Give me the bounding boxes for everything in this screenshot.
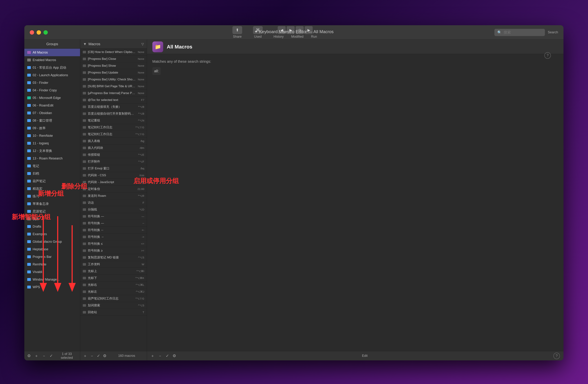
macro-item[interactable]: 传授双链 ^⌥E — [80, 151, 147, 158]
macro-icon — [83, 215, 86, 218]
share-toolbar-group: ⬆ Share — [232, 26, 242, 39]
macro-item[interactable]: 代码块 - CSS /css — [80, 172, 147, 179]
macro-item[interactable]: 插入代码块 /dm — [80, 144, 147, 151]
macro-item[interactable]: 符号转换 → -> — [80, 234, 147, 240]
macro-item[interactable]: 光标左 ^⌥⌘J — [80, 288, 147, 295]
sidebar-item-wolai[interactable]: 我来 — [24, 215, 80, 223]
macro-item[interactable]: 工作资料 W — [80, 261, 147, 268]
sidebar-item-apple-notes[interactable]: 苹果备忘录 — [24, 200, 80, 208]
macro-item[interactable]: 笔记转钉工作日志 ^⌥⇧G — [80, 124, 147, 131]
macro-item[interactable]: 划词搜索 ^⌥S — [80, 302, 147, 309]
sidebar-item-archive[interactable]: 归档 — [24, 170, 80, 177]
sidebar-item-selected[interactable]: 精选宏 — [24, 185, 80, 192]
minimize-button[interactable] — [37, 30, 41, 35]
macro-item[interactable]: @Toc for selected text F7 — [80, 97, 147, 103]
macro-item[interactable]: 发送到 Roam ^⌥R — [80, 192, 147, 199]
sidebar-item-practice[interactable]: 练习 — [24, 192, 80, 200]
macro-item[interactable]: 插入表格 /bg — [80, 138, 147, 144]
macro-item[interactable]: 笔记转钉工作日志 ^⌥⇧G — [80, 131, 147, 138]
sidebar-item-09[interactable]: 09 - 效率 — [24, 124, 80, 132]
macro-icon — [83, 99, 86, 101]
macro-item[interactable]: 笔记重组 ^⌥N — [80, 117, 147, 124]
macro-item[interactable]: 打开附件 ^⌥F — [80, 158, 147, 165]
search-input[interactable] — [504, 30, 540, 34]
macro-gear-button[interactable]: ⚙ — [103, 354, 106, 358]
macro-name: 葫芦笔记转钉工作日志 — [88, 296, 134, 301]
enable-group-button[interactable]: ✓ — [50, 354, 53, 358]
sidebar-item-hulubijaun[interactable]: 葫芦笔记 — [24, 177, 80, 185]
macro-item[interactable]: 回收站 T — [80, 309, 147, 316]
detail-help-button[interactable]: ? — [553, 353, 560, 359]
sidebar-item-07[interactable]: 07 - Obsidian — [24, 109, 80, 117]
macro-item[interactable]: [Progress Bar] Update None — [80, 69, 147, 76]
macro-item[interactable]: 百度云链接自动打开并复制密码到剪切板 ^⌥B — [80, 110, 147, 117]
macro-item[interactable]: 百度云链接填充（失败） ^⌥B — [80, 103, 147, 110]
sidebar-item-13[interactable]: 13 - Roam Research — [24, 155, 80, 162]
sidebar-item-heptabase[interactable]: Heptabase — [24, 245, 80, 253]
detail-edit-button[interactable]: Edit — [362, 354, 367, 358]
sidebar-item-window-manage[interactable]: Window Manage... — [24, 276, 80, 283]
macro-item[interactable]: [SUB] BRW Get Page Title & URL from Safa… — [80, 83, 147, 90]
sidebar-item-note[interactable]: 笔记 — [24, 162, 80, 170]
macro-icon — [83, 154, 86, 156]
sidebar-item-siyuan[interactable]: 思源笔记 — [24, 208, 80, 215]
macro-item[interactable]: 葫芦笔记转钉工作日志 ^⌥⇧G — [80, 295, 147, 302]
sidebar-item-10[interactable]: 10 - RemNote — [24, 132, 80, 140]
macro-shortcut: F7 — [141, 98, 144, 101]
macro-item[interactable]: 打开 Emoji 窗口 /bq — [80, 165, 147, 172]
macro-item[interactable]: [CB] How to Detect When Clipboard Has Ch… — [80, 49, 147, 56]
macro-item[interactable]: 复制思源笔记 MD 链接 ^⌥S — [80, 254, 147, 261]
sidebar-item-drafts[interactable]: Drafts — [24, 223, 80, 230]
sidebar-item-03[interactable]: 03 - Finder — [24, 79, 80, 86]
close-button[interactable] — [30, 30, 34, 35]
share-button[interactable]: ⬆ — [232, 26, 242, 34]
detail-remove-button[interactable]: － — [158, 353, 162, 359]
sidebar-item-progress-bar[interactable]: Progress Bar — [24, 253, 80, 261]
remove-group-button[interactable]: － — [42, 353, 46, 359]
macro-item[interactable]: 符号转换 — — — [80, 213, 147, 220]
macro-item[interactable]: 分隔线 ⌥D — [80, 206, 147, 213]
sidebar-item-enabled-macros[interactable]: Enabled Macros — [24, 56, 80, 64]
gear-button[interactable]: ⚙ — [27, 354, 31, 358]
sidebar-item-examples[interactable]: Examples — [24, 230, 80, 238]
sidebar-item-12[interactable]: 12 - 文本替换 — [24, 147, 80, 155]
detail-add-button[interactable]: ＋ — [150, 353, 154, 359]
macro-item[interactable]: 符号转换 ≥ >= — [80, 247, 147, 254]
sidebar-item-02[interactable]: 02 - Launch Applications — [24, 71, 80, 79]
macro-item[interactable]: [Progress Bar] Close None — [80, 56, 147, 62]
history-label: History — [273, 35, 284, 39]
macro-item[interactable]: 代码块 - JavaScript /js — [80, 179, 147, 186]
sidebar-item-vivaldi[interactable]: Vivaldi — [24, 268, 80, 276]
add-group-button[interactable]: ＋ — [34, 353, 38, 359]
macro-item[interactable]: 光标右 ^⌥⌘L — [80, 282, 147, 288]
macro-item[interactable]: 定时备份 21:00 — [80, 186, 147, 192]
macro-item[interactable]: 光标上 ^⌥⌘I — [80, 268, 147, 275]
folder-icon — [27, 119, 31, 122]
sidebar-item-remnote[interactable]: RemNote — [24, 261, 80, 268]
sidebar-item-all-macros[interactable]: All Macros — [24, 49, 80, 56]
macro-item[interactable]: [μProgress Bar Internal] Parse Parameter… — [80, 90, 147, 97]
add-macro-button[interactable]: ＋ — [83, 353, 87, 359]
macro-item[interactable]: 访达 F — [80, 199, 147, 206]
macro-item[interactable]: 符号转换 ≤ <= — [80, 240, 147, 247]
sidebar-item-wps[interactable]: WPS — [24, 283, 80, 291]
sidebar-item-01[interactable]: 01 - 常驻后台 App 启动 — [24, 64, 80, 71]
macro-item[interactable]: [Progress Bar] Show None — [80, 62, 147, 69]
sidebar-item-06[interactable]: 06 - RoamEdit — [24, 102, 80, 109]
sidebar-item-05[interactable]: 05 - Microsoft Edge — [24, 94, 80, 102]
folder-icon — [27, 233, 31, 236]
macro-item[interactable]: 符号转换 — -- — [80, 220, 147, 227]
sidebar-item-08[interactable]: 08 - 窗口管理 — [24, 117, 80, 124]
detail-gear-button[interactable]: ⚙ — [172, 354, 176, 358]
sidebar-item-11[interactable]: 11 - logseq — [24, 140, 80, 147]
detail-enable-button[interactable]: ✓ — [166, 354, 169, 358]
sidebar-item-global-macro-group[interactable]: Global Macro Group — [24, 238, 80, 245]
enable-macro-button[interactable]: ✓ — [97, 354, 100, 358]
remove-macro-button[interactable]: － — [90, 353, 94, 359]
sidebar-item-04[interactable]: 04 - Finder Copy — [24, 86, 80, 94]
macro-item[interactable]: 光标下 ^⌥⌘K — [80, 275, 147, 282]
help-button[interactable]: ? — [544, 52, 551, 59]
macro-item[interactable]: [Progress Bar] Utility: Check Showing No… — [80, 76, 147, 83]
macro-item[interactable]: 符号转换 ← <- — [80, 227, 147, 234]
maximize-button[interactable] — [43, 30, 48, 35]
